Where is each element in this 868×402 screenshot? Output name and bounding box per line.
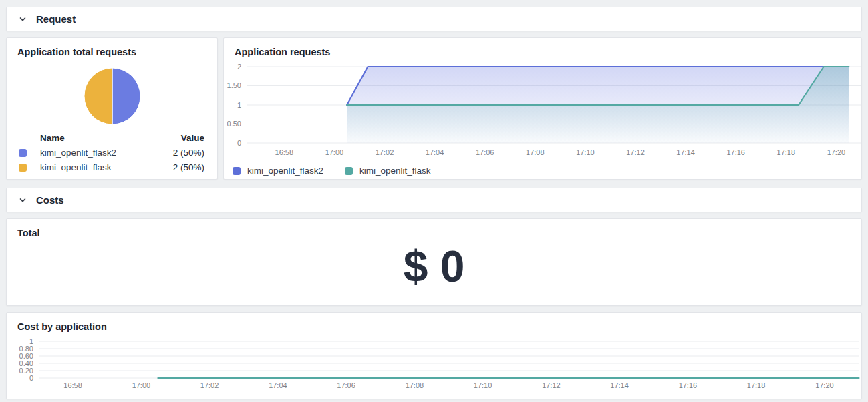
svg-text:17:18: 17:18 bbox=[777, 148, 796, 156]
legend-item-kimi-openlit-flask[interactable]: kimi_openlit_flask bbox=[345, 166, 431, 176]
svg-text:0.50: 0.50 bbox=[227, 120, 241, 128]
chevron-down-icon bbox=[18, 15, 27, 24]
panel-title-total: Total bbox=[7, 219, 861, 239]
svg-text:17:10: 17:10 bbox=[576, 148, 595, 156]
svg-text:17:10: 17:10 bbox=[474, 381, 492, 389]
panel-cost-by-application: Cost by application 00.200.400.600.80116… bbox=[6, 312, 862, 399]
series-value: 2 (50%) bbox=[173, 148, 204, 158]
series-label: kimi_openlit_flask2 bbox=[40, 148, 116, 158]
legend-value-header: Value bbox=[181, 133, 204, 143]
svg-text:17:06: 17:06 bbox=[337, 381, 355, 389]
panel-application-requests: Application requests 00.5011.50216:5817:… bbox=[223, 37, 862, 180]
total-requests-pie-chart[interactable] bbox=[84, 67, 141, 125]
svg-text:17:02: 17:02 bbox=[200, 381, 219, 389]
svg-text:17:20: 17:20 bbox=[827, 148, 846, 156]
request-section-label: Request bbox=[36, 13, 76, 25]
svg-text:0.60: 0.60 bbox=[19, 352, 33, 360]
svg-text:0.20: 0.20 bbox=[19, 367, 33, 375]
application-requests-chart[interactable]: 00.5011.50216:5817:0017:0217:0417:0617:0… bbox=[224, 64, 861, 164]
svg-text:17:00: 17:00 bbox=[132, 381, 151, 389]
svg-text:17:12: 17:12 bbox=[626, 148, 645, 156]
series-color-swatch bbox=[19, 149, 27, 157]
legend-name-header: Name bbox=[40, 133, 65, 143]
svg-text:1.50: 1.50 bbox=[227, 81, 241, 89]
panel-title-application-requests: Application requests bbox=[224, 38, 861, 58]
svg-text:17:14: 17:14 bbox=[676, 148, 695, 156]
svg-text:17:12: 17:12 bbox=[542, 381, 561, 389]
pie-legend-table: Name Value kimi_openlit_flask2 2 (50%) k… bbox=[7, 133, 217, 172]
svg-text:2: 2 bbox=[237, 64, 241, 71]
panel-title-cost-by-application: Cost by application bbox=[7, 313, 861, 333]
svg-text:1: 1 bbox=[29, 337, 33, 345]
svg-text:0: 0 bbox=[29, 374, 33, 382]
series-color-swatch bbox=[233, 167, 241, 175]
series-color-swatch bbox=[19, 164, 27, 172]
legend-row-kimi-openlit-flask[interactable]: kimi_openlit_flask 2 (50%) bbox=[19, 162, 204, 172]
request-section-header[interactable]: Request bbox=[6, 7, 862, 31]
svg-text:17:00: 17:00 bbox=[325, 148, 344, 156]
legend-row-kimi-openlit-flask2[interactable]: kimi_openlit_flask2 2 (50%) bbox=[19, 148, 204, 158]
svg-text:17:16: 17:16 bbox=[679, 381, 698, 389]
costs-section-header[interactable]: Costs bbox=[6, 188, 862, 212]
svg-text:17:04: 17:04 bbox=[426, 148, 444, 156]
svg-text:17:08: 17:08 bbox=[526, 148, 545, 156]
chevron-down-icon bbox=[18, 196, 27, 205]
svg-text:17:06: 17:06 bbox=[476, 148, 494, 156]
svg-text:17:14: 17:14 bbox=[610, 381, 629, 389]
svg-text:17:08: 17:08 bbox=[406, 381, 424, 389]
svg-text:0.40: 0.40 bbox=[19, 359, 33, 367]
series-label: kimi_openlit_flask2 bbox=[247, 166, 323, 176]
svg-text:0: 0 bbox=[237, 139, 241, 147]
panel-title-application-total-requests: Application total requests bbox=[7, 38, 217, 58]
series-color-swatch bbox=[345, 167, 353, 175]
series-label: kimi_openlit_flask bbox=[359, 166, 431, 176]
dashboard-page: Request Application total requests Name … bbox=[0, 0, 868, 402]
panel-application-total-requests: Application total requests Name Value ki… bbox=[6, 37, 218, 180]
svg-text:16:58: 16:58 bbox=[63, 381, 82, 389]
panel-total-cost: Total $ 0 bbox=[6, 218, 862, 306]
svg-text:0.80: 0.80 bbox=[19, 345, 33, 353]
svg-text:17:02: 17:02 bbox=[376, 148, 394, 156]
cost-by-application-chart[interactable]: 00.200.400.600.80116:5817:0017:0217:0417… bbox=[7, 335, 861, 393]
svg-text:16:58: 16:58 bbox=[275, 148, 294, 156]
svg-text:1: 1 bbox=[237, 101, 241, 109]
requests-chart-legend: kimi_openlit_flask2 kimi_openlit_flask bbox=[224, 164, 861, 180]
series-label: kimi_openlit_flask bbox=[40, 162, 112, 172]
svg-text:17:04: 17:04 bbox=[269, 381, 287, 389]
svg-text:17:16: 17:16 bbox=[726, 148, 745, 156]
total-cost-value: $ 0 bbox=[7, 244, 861, 288]
legend-item-kimi-openlit-flask2[interactable]: kimi_openlit_flask2 bbox=[233, 166, 323, 176]
svg-text:17:20: 17:20 bbox=[815, 381, 834, 389]
series-value: 2 (50%) bbox=[173, 162, 204, 172]
svg-text:17:18: 17:18 bbox=[747, 381, 766, 389]
costs-section-label: Costs bbox=[36, 194, 64, 206]
